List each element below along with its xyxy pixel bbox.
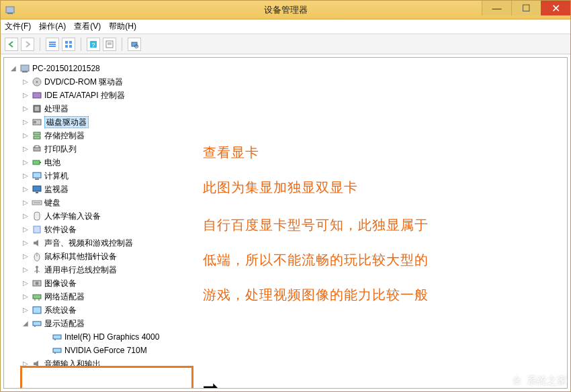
back-button[interactable] [5,38,18,51]
expand-icon[interactable]: ▷ [21,169,30,183]
svg-rect-6 [69,41,72,44]
tree-item-label: 系统设备 [44,303,77,317]
expand-icon[interactable]: ▷ [21,89,30,102]
expand-icon[interactable]: ▷ [21,102,30,115]
monitor-icon [32,184,42,195]
menu-action[interactable]: 操作(A) [39,21,66,32]
menu-file[interactable]: 文件(F) [5,21,31,32]
tree-item-label: DVD/CD-ROM 驱动器 [44,75,123,89]
tree-item-label: 计算机 [44,169,69,183]
menubar: 文件(F) 操作(A) 查看(V) 帮助(H) [1,19,570,34]
svg-rect-16 [21,65,29,71]
close-button[interactable]: ✕ [541,1,570,15]
minimize-button[interactable]: — [482,1,511,15]
expand-icon[interactable]: ▷ [21,236,30,250]
tree-item[interactable]: ▷打印队列 [7,142,564,156]
tree-item[interactable]: ▷IDE ATA/ATAPI 控制器 [7,89,564,102]
watermark-text: 系统之家 [527,375,567,387]
display-adapter-icon [32,318,42,329]
svg-rect-38 [34,226,40,233]
window-controls: — ☐ ✕ [482,1,570,15]
sound-icon [32,358,42,369]
titlebar[interactable]: 设备管理器 — ☐ ✕ [1,1,570,19]
expand-icon[interactable]: ▷ [21,303,30,317]
svg-rect-37 [34,212,40,220]
tree-item-label: 打印队列 [44,142,77,156]
storage-icon [32,130,42,141]
window-title: 设备管理器 [264,4,308,16]
svg-rect-4 [49,46,56,47]
tree-item-display-adapters[interactable]: ◢显示适配器 [7,317,564,330]
expand-icon[interactable]: ▷ [21,156,30,169]
tree-item-label: 键盘 [44,196,60,209]
tree-item-audio[interactable]: ▷音频输入和输出 [7,357,564,371]
svg-rect-8 [69,45,72,48]
image-icon [32,278,42,289]
expand-icon[interactable]: ▷ [21,357,30,371]
battery-icon [32,157,42,168]
printer-icon [32,144,42,154]
forward-button[interactable] [21,38,34,51]
detail-view-button[interactable] [46,38,59,51]
svg-rect-5 [65,41,68,44]
help-button[interactable]: ? [87,38,100,51]
annotation-line3: 自行百度显卡型号可知，此独显属于 [203,211,429,239]
tree-item-gpu[interactable]: ▷NVIDIA GeForce 710M [7,344,564,357]
tree-item-label: 人体学输入设备 [44,209,101,223]
cpu-icon [32,103,42,114]
tree-item-label: NVIDIA GeForce 710M [64,344,147,357]
tree-item-label: 网络适配器 [44,290,85,303]
expand-icon[interactable]: ▷ [21,223,30,236]
svg-rect-34 [36,192,38,193]
menu-help[interactable]: 帮助(H) [109,21,136,32]
tree-item-label: 音频输入和输出 [44,357,101,371]
tree-root[interactable]: ◢PC-201501201528 [7,62,564,75]
svg-rect-55 [53,348,61,352]
svg-rect-56 [54,352,56,354]
collapse-icon[interactable]: ◢ [9,62,17,75]
mouse-icon [32,251,42,262]
svg-point-24 [34,121,36,124]
disk-icon [32,117,42,128]
ide-icon [32,90,42,101]
svg-rect-52 [34,326,36,327]
network-icon [32,291,42,302]
expand-icon[interactable]: ▷ [21,209,30,223]
computer-icon [32,170,42,181]
tree-item-label: 电池 [44,156,60,169]
maximize-button[interactable]: ☐ [511,1,541,15]
svg-point-41 [36,266,38,268]
tree-item[interactable]: ▷存储控制器 [7,129,564,142]
expand-icon[interactable]: ▷ [21,250,30,263]
icon-view-button[interactable] [62,38,75,51]
svg-rect-51 [33,322,41,326]
tree-item-gpu[interactable]: ▷Intel(R) HD Graphics 4000 [7,330,564,344]
annotation-line5: 游戏，处理视频图像的能力比较一般 [203,281,429,309]
expand-icon[interactable]: ▷ [21,115,30,129]
tree-item[interactable]: ▷磁盘驱动器 [7,115,564,129]
tree-item[interactable]: ▷DVD/CD-ROM 驱动器 [7,75,564,89]
watermark: 合 系统之家 [509,373,567,388]
svg-rect-7 [65,45,68,48]
tree-item-label: 显示适配器 [44,317,85,330]
tree-item[interactable]: ▷处理器 [7,102,564,115]
scan-hardware-button[interactable] [128,38,141,51]
expand-icon[interactable]: ▷ [21,142,30,156]
tree-item-label: 软件设备 [44,223,77,236]
expand-icon[interactable]: ▷ [21,129,30,142]
expand-icon[interactable]: ▷ [21,290,30,303]
expand-icon[interactable]: ▷ [21,196,30,209]
expand-icon[interactable]: ▷ [21,75,30,89]
gpu-icon [52,345,62,356]
software-icon [32,224,42,235]
expand-icon[interactable]: ▷ [21,183,30,196]
collapse-icon[interactable]: ◢ [21,317,30,330]
expand-icon[interactable]: ▷ [21,277,30,290]
svg-rect-47 [33,295,41,299]
annotation-line4: 低端，所以不能流畅的玩比较大型的 [203,246,429,274]
properties-button[interactable] [103,38,116,51]
tree-item[interactable]: ▷电池 [7,156,564,169]
expand-icon[interactable]: ▷ [21,263,30,277]
menu-view[interactable]: 查看(V) [74,21,101,32]
disc-icon [32,77,42,87]
